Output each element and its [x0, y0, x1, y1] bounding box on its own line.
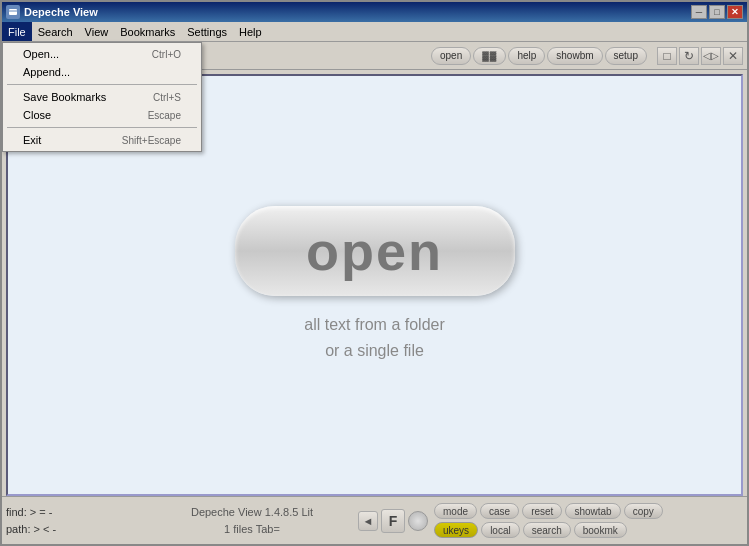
separator-1 — [7, 84, 197, 85]
open-label: open — [306, 220, 443, 282]
menu-search[interactable]: Search — [32, 22, 79, 41]
menu-save-bookmarks[interactable]: Save Bookmarks Ctrl+S — [3, 88, 201, 106]
find-text: find: > = - — [6, 504, 146, 521]
nav-f-button[interactable]: F — [381, 509, 405, 533]
nav-back-arrow[interactable]: ◄ — [358, 511, 378, 531]
file-dropdown: Open... Ctrl+O Append... Save Bookmarks … — [2, 42, 202, 152]
menu-view[interactable]: View — [79, 22, 115, 41]
status-bottom-row: ukeys local search bookmk — [434, 522, 743, 538]
toolbar-close-icon[interactable]: ✕ — [723, 47, 743, 65]
title-bar-controls: ─ □ ✕ — [691, 5, 743, 19]
toolbar-help-btn[interactable]: help — [508, 47, 545, 65]
btn-local[interactable]: local — [481, 522, 520, 538]
subtitle-line2: or a single file — [304, 338, 445, 364]
menu-append[interactable]: Append... — [3, 63, 201, 81]
toolbar-setup-btn[interactable]: setup — [605, 47, 647, 65]
close-window-button[interactable]: ✕ — [727, 5, 743, 19]
status-button-group: mode case reset showtab copy ukeys local… — [434, 503, 743, 538]
title-bar-left: Depeche View — [6, 5, 98, 19]
file-count: 1 files Tab= — [152, 521, 352, 538]
status-top-row: mode case reset showtab copy — [434, 503, 743, 519]
status-nav-controls: ◄ F — [358, 509, 428, 533]
minimize-button[interactable]: ─ — [691, 5, 707, 19]
open-button-graphic[interactable]: open — [235, 206, 515, 296]
app-version: Depeche View 1.4.8.5 Lit — [152, 504, 352, 521]
status-find-path: find: > = - path: > < - — [6, 504, 146, 537]
nav-circle-button[interactable] — [408, 511, 428, 531]
toolbar-nav-icon[interactable]: ◁▷ — [701, 47, 721, 65]
title-bar: Depeche View ─ □ ✕ — [2, 2, 747, 22]
btn-copy[interactable]: copy — [624, 503, 663, 519]
menu-bookmarks[interactable]: Bookmarks — [114, 22, 181, 41]
toolbar-open-btn[interactable]: open — [431, 47, 471, 65]
app-icon — [6, 5, 20, 19]
menu-close[interactable]: Close Escape — [3, 106, 201, 124]
main-window: Depeche View ─ □ ✕ File Search View Book… — [0, 0, 749, 546]
toolbar-showbm-btn[interactable]: showbm — [547, 47, 602, 65]
menu-bar: File Search View Bookmarks Settings Help… — [2, 22, 747, 42]
path-text: path: > < - — [6, 521, 146, 538]
status-bar: find: > = - path: > < - Depeche View 1.4… — [2, 496, 747, 544]
window-title: Depeche View — [24, 6, 98, 18]
btn-ukeys[interactable]: ukeys — [434, 522, 478, 538]
separator-2 — [7, 127, 197, 128]
menu-settings[interactable]: Settings — [181, 22, 233, 41]
btn-showtab[interactable]: showtab — [565, 503, 620, 519]
subtitle: all text from a folder or a single file — [304, 312, 445, 363]
btn-mode[interactable]: mode — [434, 503, 477, 519]
btn-case[interactable]: case — [480, 503, 519, 519]
menu-exit[interactable]: Exit Shift+Escape — [3, 131, 201, 149]
btn-reset[interactable]: reset — [522, 503, 562, 519]
svg-rect-0 — [9, 9, 17, 15]
maximize-button[interactable]: □ — [709, 5, 725, 19]
toolbar-resize-icon[interactable]: □ — [657, 47, 677, 65]
status-center-info: Depeche View 1.4.8.5 Lit 1 files Tab= — [152, 504, 352, 537]
subtitle-line1: all text from a folder — [304, 312, 445, 338]
menu-open[interactable]: Open... Ctrl+O — [3, 45, 201, 63]
menu-file[interactable]: File — [2, 22, 32, 41]
toolbar-refresh-icon[interactable]: ↻ — [679, 47, 699, 65]
btn-bookmk[interactable]: bookmk — [574, 522, 627, 538]
btn-search[interactable]: search — [523, 522, 571, 538]
toolbar-nav-btn[interactable]: ▓▓ — [473, 47, 506, 65]
menu-help[interactable]: Help — [233, 22, 268, 41]
